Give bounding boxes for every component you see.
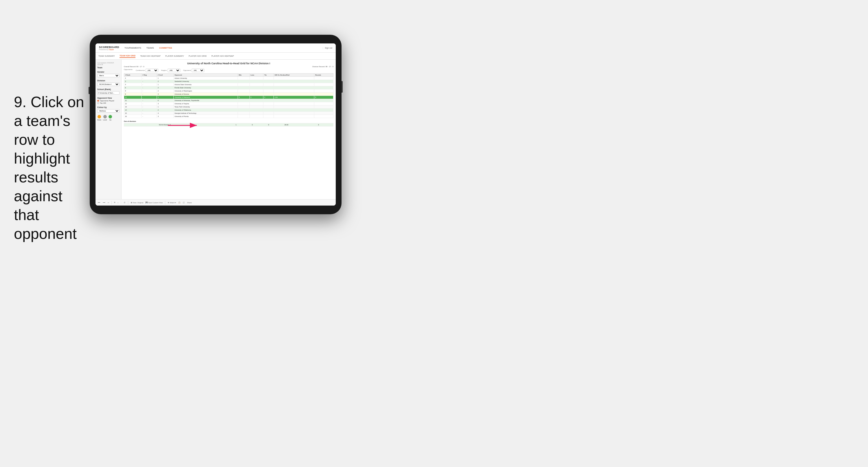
table-cell: 0	[249, 96, 264, 99]
sub-nav-team-h2h-grid[interactable]: TEAM H2H GRID	[120, 54, 135, 58]
table-row[interactable]: 11-5University of Alabama3002.618	[124, 96, 334, 99]
table-cell: Auburn University	[174, 77, 238, 80]
table-row[interactable]: 15-4Georgia Institute of Technology	[124, 112, 334, 115]
copy-button[interactable]: ⧉	[114, 202, 115, 204]
logo-area: SCOREBOARD Powered by clippd	[99, 46, 119, 50]
radio-dot-opponents	[97, 100, 99, 101]
out-of-division-table: NCAA Division II 1 0 0 26.00 3	[124, 123, 334, 126]
table-cell: -	[142, 115, 157, 118]
legend-dot-down	[97, 115, 101, 118]
table-cell	[238, 102, 249, 106]
table-row[interactable]: 13-1Texas Tech University	[124, 106, 334, 109]
zoom-out-button[interactable]: -	[121, 202, 122, 204]
sub-nav-player-summary[interactable]: PLAYER SUMMARY	[165, 54, 184, 58]
table-row[interactable]: 4-1Arizona State University	[124, 83, 334, 86]
main-content: Last Updated: 27/03/202416:55:38 Team Ge…	[95, 60, 336, 199]
table-cell	[264, 106, 274, 109]
ood-tie: 0	[267, 123, 283, 126]
table-row[interactable]: 3-2Vanderbilt University	[124, 80, 334, 83]
logo-powered: Powered by clippd	[99, 49, 119, 50]
radio-opponents-played[interactable]: Opponents Played	[97, 100, 120, 101]
table-cell: -	[142, 102, 157, 106]
ood-rank	[124, 123, 135, 126]
table-cell	[264, 77, 274, 80]
table-cell	[264, 115, 274, 118]
view-original-button[interactable]: 🖥 View: Original	[130, 202, 144, 204]
table-cell: -	[142, 96, 157, 99]
table-cell: -	[142, 80, 157, 83]
out-of-division-row[interactable]: NCAA Division II 1 0 0 26.00 3	[124, 123, 334, 126]
table-row[interactable]: 16-3University of Florida	[124, 115, 334, 118]
radio-dot-top100	[97, 102, 99, 104]
table-cell: -	[142, 99, 157, 102]
table-row[interactable]: 11-6University of Arkansas, Fayetteville	[124, 99, 334, 102]
table-cell: 14	[124, 109, 142, 112]
table-header-row: # Rank # Reg # Conf Opponent Win Loss Ti…	[124, 74, 334, 77]
ood-loss: 0	[251, 123, 267, 126]
sub-nav-player-h2h-grid[interactable]: PLAYER H2H GRID	[189, 54, 207, 58]
sub-nav-team-summary[interactable]: TEAM SUMMARY	[98, 54, 115, 58]
table-cell: University of Florida	[174, 115, 238, 118]
school-section: School (Rank)	[97, 88, 120, 95]
nav-item-teams[interactable]: TEAMS	[147, 46, 154, 50]
team-label: Team	[97, 66, 120, 68]
share-button[interactable]: Share	[187, 202, 192, 204]
division-select[interactable]: NCAA Division I	[97, 83, 120, 86]
colour-by-section: Colour by Win/loss	[97, 106, 120, 113]
timer-button[interactable]: ⏱	[124, 202, 126, 204]
watch-button[interactable]: 👁 Watch ▾	[167, 202, 176, 204]
table-cell	[314, 109, 333, 112]
school-input[interactable]	[97, 91, 120, 95]
nav-item-tournaments[interactable]: TOURNAMENTS	[124, 46, 141, 50]
grid-records: Overall Record: 89 - 17 - 0 Division Rec…	[124, 66, 334, 67]
sub-nav-team-h2h-heatmap[interactable]: TEAM H2H HEATMAP	[140, 54, 161, 58]
zoom-in-button[interactable]: +	[118, 202, 119, 204]
table-cell	[238, 89, 249, 93]
conference-filter: Conference (All)	[136, 68, 158, 72]
colour-by-select[interactable]: Win/loss	[97, 109, 120, 113]
table-cell: -	[142, 93, 157, 96]
table-row[interactable]: 12-3University of Virginia	[124, 102, 334, 106]
legend-label-down: Down	[97, 119, 101, 121]
table-cell: 3	[157, 93, 174, 96]
table-cell: 11	[124, 99, 142, 102]
table-cell: 3	[157, 115, 174, 118]
table-row[interactable]: 6-2Florida State University	[124, 86, 334, 89]
table-cell	[314, 93, 333, 96]
table-row[interactable]: 8-2University of Washington	[124, 89, 334, 93]
table-row[interactable]: 14-2University of Oklahoma	[124, 109, 334, 112]
table-cell: -	[142, 106, 157, 109]
table-cell: 12	[124, 102, 142, 106]
table-cell	[274, 115, 314, 118]
save-custom-view-button[interactable]: 💾 Save Custom View	[146, 202, 163, 204]
table-cell	[314, 112, 333, 115]
table-cell: 11	[124, 96, 142, 99]
sub-nav-player-h2h-heatmap[interactable]: PLAYER H2H HEATMAP	[211, 54, 234, 58]
clipboard-button[interactable]: 📋	[178, 202, 180, 204]
gender-select[interactable]: Men's	[97, 74, 120, 77]
table-row[interactable]: 9-3University of Arizona	[124, 93, 334, 96]
nav-item-committee[interactable]: COMMITTEE	[159, 46, 172, 50]
opponent-select[interactable]: (All)	[192, 68, 204, 72]
radio-top-100[interactable]: Top 100	[97, 102, 120, 104]
table-cell: 16	[124, 115, 142, 118]
table-cell	[249, 86, 264, 89]
school-label: School (Rank)	[97, 88, 120, 90]
table-row[interactable]: 2-1Auburn University	[124, 77, 334, 80]
table-cell	[264, 99, 274, 102]
table-cell	[238, 99, 249, 102]
last-updated: Last Updated: 27/03/202416:55:38	[97, 62, 120, 65]
layout-button[interactable]: ⬜	[183, 202, 185, 204]
table-cell: 4	[124, 83, 142, 86]
sign-out-button[interactable]: Sign out	[325, 47, 332, 49]
table-cell	[274, 77, 314, 80]
redo-button[interactable]: ⟶	[103, 202, 105, 204]
col-tie: Tie	[264, 74, 274, 77]
conference-select[interactable]: (All)	[146, 68, 158, 72]
table-cell	[314, 89, 333, 93]
undo-button[interactable]: ⟵	[98, 202, 100, 204]
reset-button[interactable]: ↩	[108, 202, 109, 204]
table-cell	[264, 83, 274, 86]
region-select[interactable]: (All)	[167, 68, 180, 72]
bottom-toolbar: ⟵ ⟶ ↩ ⧉ + - ⏱ 🖥 View: Original 💾 Save Cu…	[95, 199, 336, 206]
